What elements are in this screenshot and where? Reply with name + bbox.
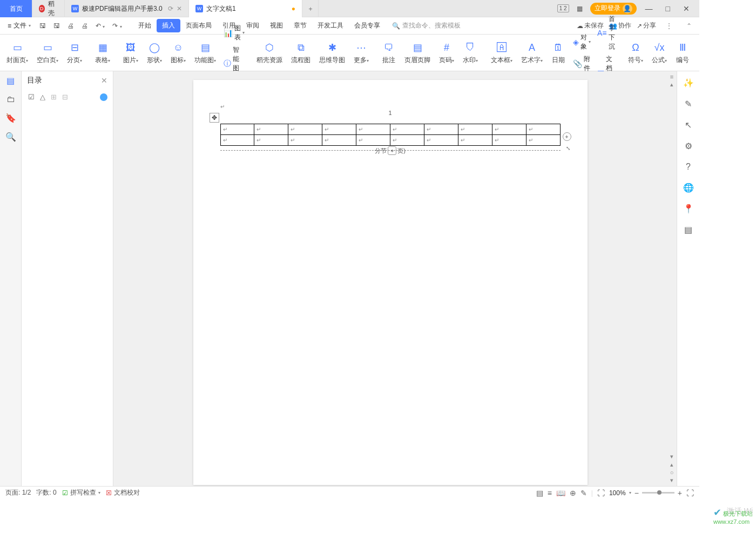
picture-button[interactable]: 🖼图片▾	[120, 37, 141, 69]
menu-tab-2[interactable]: 页面布局	[180, 19, 217, 32]
document-canvas[interactable]: ↵ 1 ✥ + ⤡ ↵↵↵↵↵↵↵↵↵↵↵↵↵↵↵↵↵↵↵↵ 分节 + 页)	[113, 71, 667, 486]
print-preview-icon[interactable]: 🖨	[78, 20, 91, 32]
table-button[interactable]: ▦表格▾	[92, 37, 113, 69]
featured-image-button[interactable]: ▤功能图▾	[191, 37, 219, 69]
ribbon-scroll-right-icon[interactable]: ❯	[695, 49, 699, 57]
menu-tab-5[interactable]: 视图	[265, 19, 288, 32]
tab-pdf-manual[interactable]: W 极速PDF编辑器用户手册3.0 ⟳ ✕	[65, 0, 189, 17]
translate-icon[interactable]: 🌐	[683, 183, 694, 193]
date-button[interactable]: 🗓日期	[548, 37, 569, 69]
toc-level-down-icon[interactable]: ☑	[27, 92, 36, 102]
bookmark-icon[interactable]: 🔖	[5, 113, 16, 123]
table-cell[interactable]: ↵	[424, 135, 458, 146]
icon-library-button[interactable]: ☺图标▾	[167, 37, 189, 69]
wordart-button[interactable]: A艺术字▾	[518, 37, 546, 69]
zoom-out-button[interactable]: −	[634, 489, 639, 497]
search-icon[interactable]: 🔍	[5, 132, 16, 142]
document-table[interactable]: ↵↵↵↵↵↵↵↵↵↵↵↵↵↵↵↵↵↵↵↵	[220, 124, 561, 146]
folder-icon[interactable]: 🗀	[6, 94, 15, 104]
tab-home[interactable]: 首页	[0, 0, 32, 17]
save-icon[interactable]: 🖫	[36, 20, 49, 32]
textbox-button[interactable]: 🄰文本框▾	[488, 37, 516, 69]
more-options-icon[interactable]: ⋮	[662, 20, 677, 32]
menu-tab-6[interactable]: 章节	[288, 19, 312, 32]
resources-button[interactable]: ⬡稻壳资源	[253, 37, 286, 69]
table-cell[interactable]: ↵	[288, 135, 322, 146]
scrollbar[interactable]: ≡ ▴ ▾ ▴ ○ ▾	[667, 71, 677, 486]
table-cell[interactable]: ↵	[220, 124, 254, 135]
properties-icon[interactable]: ✨	[683, 78, 694, 88]
library-icon[interactable]: ▤	[684, 225, 692, 235]
compare-icon[interactable]: 1 2	[557, 4, 569, 12]
toc-remove-icon[interactable]: ⊟	[61, 92, 69, 102]
scroll-down-icon[interactable]: ▾	[670, 453, 673, 460]
page-down-icon[interactable]: ▾	[670, 477, 673, 484]
table-cell[interactable]: ↵	[254, 124, 288, 135]
page-up-icon[interactable]: ▴	[670, 461, 673, 468]
more-button[interactable]: ⋯更多▾	[350, 37, 372, 69]
redo-button[interactable]: ↷ ▾	[109, 20, 125, 32]
menu-tab-1[interactable]: 插入	[157, 19, 180, 32]
location-icon[interactable]: 📍	[683, 204, 694, 214]
save-cloud-icon[interactable]: 🖫	[50, 20, 63, 32]
table-cell[interactable]: ↵	[254, 135, 288, 146]
page-indicator[interactable]: 页面: 1/2	[5, 488, 31, 497]
section-break-add-icon[interactable]: +	[388, 146, 396, 155]
command-search[interactable]: 🔍 查找命令、搜索模板	[392, 21, 461, 30]
share-button[interactable]: ↗ 分享	[637, 21, 656, 30]
menu-tab-0[interactable]: 开始	[133, 19, 157, 32]
view-print-icon[interactable]: ▤	[536, 489, 543, 497]
tab-close-icon[interactable]: ✕	[177, 5, 182, 12]
table-cell[interactable]: ↵	[526, 124, 560, 135]
menu-tab-8[interactable]: 会员专享	[349, 19, 386, 32]
table-cell[interactable]: ↵	[390, 124, 424, 135]
grid-apps-icon[interactable]: ▦	[573, 4, 586, 14]
proofread-toggle[interactable]: ☒文档校对	[106, 488, 140, 497]
browse-object-icon[interactable]: ○	[670, 469, 674, 476]
add-tab-button[interactable]: ＋	[302, 0, 319, 17]
table-cell[interactable]: ↵	[526, 135, 560, 146]
view-read-icon[interactable]: 📖	[556, 489, 565, 497]
symbol-button[interactable]: Ω符号▾	[625, 37, 646, 69]
page-break-button[interactable]: ⊟分页▾	[64, 37, 85, 69]
mindmap-button[interactable]: ✱思维导图	[316, 37, 348, 69]
header-footer-button[interactable]: ▤页眉页脚	[401, 37, 434, 69]
collapse-ribbon-icon[interactable]: ⌃	[682, 20, 696, 32]
style-icon[interactable]: ✎	[685, 99, 692, 109]
cover-page-button[interactable]: ▭封面页▾	[3, 37, 31, 69]
zoom-level[interactable]: 100%	[609, 489, 626, 497]
tab-document-active[interactable]: W 文字文稿1 ●	[189, 0, 302, 17]
view-outline-icon[interactable]: ≡	[548, 489, 552, 497]
word-count[interactable]: 字数: 0	[36, 488, 56, 497]
table-resize-handle-icon[interactable]: ⤡	[566, 145, 570, 151]
outline-icon[interactable]: ▤	[6, 76, 15, 86]
zoom-in-button[interactable]: +	[678, 489, 682, 497]
table-cell[interactable]: ↵	[458, 135, 492, 146]
page-number-button[interactable]: #页码▾	[436, 37, 457, 69]
login-button[interactable]: 立即登录 👤	[590, 3, 637, 15]
tab-refresh-icon[interactable]: ⟳	[168, 5, 173, 12]
settings-slider-icon[interactable]: ⚙	[685, 141, 692, 151]
close-button[interactable]: ✕	[679, 3, 694, 14]
object-button[interactable]: ◈对象▾	[571, 32, 593, 52]
table-cell[interactable]: ↵	[424, 124, 458, 135]
table-cell[interactable]: ↵	[322, 124, 356, 135]
dropcap-button[interactable]: A≡首字下沉	[595, 14, 618, 52]
equation-button[interactable]: √x公式▾	[649, 37, 670, 69]
scroll-to-top-icon[interactable]: ≡	[670, 73, 673, 80]
comment-button[interactable]: 🗨批注	[379, 37, 399, 69]
fit-width-icon[interactable]: ⛶	[597, 489, 605, 497]
table-cell[interactable]: ↵	[322, 135, 356, 146]
numbering-button[interactable]: Ⅲ编号	[672, 37, 693, 69]
undo-button[interactable]: ↶ ▾	[92, 20, 108, 32]
table-cell[interactable]: ↵	[356, 124, 390, 135]
table-cell[interactable]: ↵	[458, 124, 492, 135]
table-cell[interactable]: ↵	[220, 135, 254, 146]
table-add-column-icon[interactable]: +	[563, 132, 571, 141]
maximize-button[interactable]: □	[662, 3, 674, 14]
smart-toc-icon[interactable]	[100, 93, 107, 101]
table-move-handle-icon[interactable]: ✥	[210, 113, 219, 123]
table-cell[interactable]: ↵	[356, 135, 390, 146]
chart-button[interactable]: 📊图表▾	[221, 23, 247, 43]
watermark-button[interactable]: ⛉水印▾	[460, 37, 481, 69]
